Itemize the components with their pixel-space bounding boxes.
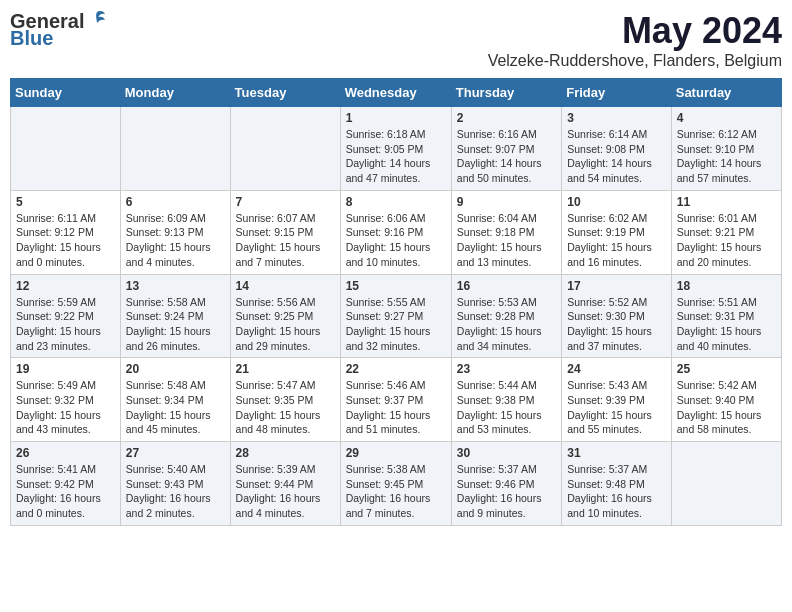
calendar-day-17: 17Sunrise: 5:52 AM Sunset: 9:30 PM Dayli… [562, 274, 672, 358]
calendar-day-2: 2Sunrise: 6:16 AM Sunset: 9:07 PM Daylig… [451, 107, 561, 191]
logo-blue: Blue [10, 27, 53, 50]
day-info: Sunrise: 6:04 AM Sunset: 9:18 PM Dayligh… [457, 211, 556, 270]
weekday-header-wednesday: Wednesday [340, 79, 451, 107]
day-info: Sunrise: 5:44 AM Sunset: 9:38 PM Dayligh… [457, 378, 556, 437]
calendar-header-row: SundayMondayTuesdayWednesdayThursdayFrid… [11, 79, 782, 107]
day-info: Sunrise: 5:58 AM Sunset: 9:24 PM Dayligh… [126, 295, 225, 354]
day-info: Sunrise: 5:42 AM Sunset: 9:40 PM Dayligh… [677, 378, 776, 437]
location-subtitle: Velzeke-Ruddershove, Flanders, Belgium [488, 52, 782, 70]
weekday-header-thursday: Thursday [451, 79, 561, 107]
calendar-day-4: 4Sunrise: 6:12 AM Sunset: 9:10 PM Daylig… [671, 107, 781, 191]
day-info: Sunrise: 5:41 AM Sunset: 9:42 PM Dayligh… [16, 462, 115, 521]
day-number: 25 [677, 362, 776, 376]
calendar-empty-cell [230, 107, 340, 191]
weekday-header-sunday: Sunday [11, 79, 121, 107]
day-number: 7 [236, 195, 335, 209]
calendar-day-16: 16Sunrise: 5:53 AM Sunset: 9:28 PM Dayli… [451, 274, 561, 358]
day-info: Sunrise: 5:46 AM Sunset: 9:37 PM Dayligh… [346, 378, 446, 437]
calendar-day-27: 27Sunrise: 5:40 AM Sunset: 9:43 PM Dayli… [120, 442, 230, 526]
day-number: 2 [457, 111, 556, 125]
day-number: 3 [567, 111, 666, 125]
day-number: 11 [677, 195, 776, 209]
day-number: 28 [236, 446, 335, 460]
day-info: Sunrise: 5:56 AM Sunset: 9:25 PM Dayligh… [236, 295, 335, 354]
calendar-table: SundayMondayTuesdayWednesdayThursdayFrid… [10, 78, 782, 526]
calendar-day-6: 6Sunrise: 6:09 AM Sunset: 9:13 PM Daylig… [120, 190, 230, 274]
calendar-day-12: 12Sunrise: 5:59 AM Sunset: 9:22 PM Dayli… [11, 274, 121, 358]
calendar-day-28: 28Sunrise: 5:39 AM Sunset: 9:44 PM Dayli… [230, 442, 340, 526]
day-number: 19 [16, 362, 115, 376]
day-info: Sunrise: 5:51 AM Sunset: 9:31 PM Dayligh… [677, 295, 776, 354]
calendar-day-20: 20Sunrise: 5:48 AM Sunset: 9:34 PM Dayli… [120, 358, 230, 442]
weekday-header-saturday: Saturday [671, 79, 781, 107]
calendar-empty-cell [11, 107, 121, 191]
day-number: 31 [567, 446, 666, 460]
calendar-day-22: 22Sunrise: 5:46 AM Sunset: 9:37 PM Dayli… [340, 358, 451, 442]
calendar-empty-cell [120, 107, 230, 191]
day-info: Sunrise: 5:53 AM Sunset: 9:28 PM Dayligh… [457, 295, 556, 354]
calendar-day-21: 21Sunrise: 5:47 AM Sunset: 9:35 PM Dayli… [230, 358, 340, 442]
calendar-day-31: 31Sunrise: 5:37 AM Sunset: 9:48 PM Dayli… [562, 442, 672, 526]
calendar-week-row: 26Sunrise: 5:41 AM Sunset: 9:42 PM Dayli… [11, 442, 782, 526]
calendar-week-row: 5Sunrise: 6:11 AM Sunset: 9:12 PM Daylig… [11, 190, 782, 274]
day-info: Sunrise: 5:38 AM Sunset: 9:45 PM Dayligh… [346, 462, 446, 521]
day-number: 18 [677, 279, 776, 293]
day-number: 14 [236, 279, 335, 293]
day-info: Sunrise: 5:52 AM Sunset: 9:30 PM Dayligh… [567, 295, 666, 354]
calendar-day-19: 19Sunrise: 5:49 AM Sunset: 9:32 PM Dayli… [11, 358, 121, 442]
day-info: Sunrise: 6:18 AM Sunset: 9:05 PM Dayligh… [346, 127, 446, 186]
calendar-day-25: 25Sunrise: 5:42 AM Sunset: 9:40 PM Dayli… [671, 358, 781, 442]
logo-bird-icon [86, 9, 108, 31]
calendar-day-3: 3Sunrise: 6:14 AM Sunset: 9:08 PM Daylig… [562, 107, 672, 191]
calendar-day-30: 30Sunrise: 5:37 AM Sunset: 9:46 PM Dayli… [451, 442, 561, 526]
calendar-empty-cell [671, 442, 781, 526]
calendar-day-5: 5Sunrise: 6:11 AM Sunset: 9:12 PM Daylig… [11, 190, 121, 274]
day-info: Sunrise: 5:55 AM Sunset: 9:27 PM Dayligh… [346, 295, 446, 354]
day-info: Sunrise: 6:02 AM Sunset: 9:19 PM Dayligh… [567, 211, 666, 270]
day-info: Sunrise: 5:48 AM Sunset: 9:34 PM Dayligh… [126, 378, 225, 437]
day-number: 21 [236, 362, 335, 376]
calendar-week-row: 1Sunrise: 6:18 AM Sunset: 9:05 PM Daylig… [11, 107, 782, 191]
calendar-day-8: 8Sunrise: 6:06 AM Sunset: 9:16 PM Daylig… [340, 190, 451, 274]
day-info: Sunrise: 5:49 AM Sunset: 9:32 PM Dayligh… [16, 378, 115, 437]
day-number: 10 [567, 195, 666, 209]
day-number: 13 [126, 279, 225, 293]
calendar-week-row: 12Sunrise: 5:59 AM Sunset: 9:22 PM Dayli… [11, 274, 782, 358]
day-number: 1 [346, 111, 446, 125]
day-info: Sunrise: 5:37 AM Sunset: 9:46 PM Dayligh… [457, 462, 556, 521]
day-info: Sunrise: 5:40 AM Sunset: 9:43 PM Dayligh… [126, 462, 225, 521]
day-info: Sunrise: 6:14 AM Sunset: 9:08 PM Dayligh… [567, 127, 666, 186]
day-info: Sunrise: 5:37 AM Sunset: 9:48 PM Dayligh… [567, 462, 666, 521]
calendar-day-14: 14Sunrise: 5:56 AM Sunset: 9:25 PM Dayli… [230, 274, 340, 358]
day-info: Sunrise: 6:07 AM Sunset: 9:15 PM Dayligh… [236, 211, 335, 270]
day-number: 24 [567, 362, 666, 376]
calendar-day-23: 23Sunrise: 5:44 AM Sunset: 9:38 PM Dayli… [451, 358, 561, 442]
calendar-day-9: 9Sunrise: 6:04 AM Sunset: 9:18 PM Daylig… [451, 190, 561, 274]
logo: General Blue [10, 10, 108, 50]
calendar-day-29: 29Sunrise: 5:38 AM Sunset: 9:45 PM Dayli… [340, 442, 451, 526]
day-info: Sunrise: 6:06 AM Sunset: 9:16 PM Dayligh… [346, 211, 446, 270]
calendar-day-1: 1Sunrise: 6:18 AM Sunset: 9:05 PM Daylig… [340, 107, 451, 191]
calendar-week-row: 19Sunrise: 5:49 AM Sunset: 9:32 PM Dayli… [11, 358, 782, 442]
calendar-day-13: 13Sunrise: 5:58 AM Sunset: 9:24 PM Dayli… [120, 274, 230, 358]
calendar-day-26: 26Sunrise: 5:41 AM Sunset: 9:42 PM Dayli… [11, 442, 121, 526]
main-title: May 2024 [488, 10, 782, 52]
day-number: 22 [346, 362, 446, 376]
day-number: 15 [346, 279, 446, 293]
day-info: Sunrise: 6:09 AM Sunset: 9:13 PM Dayligh… [126, 211, 225, 270]
calendar-day-10: 10Sunrise: 6:02 AM Sunset: 9:19 PM Dayli… [562, 190, 672, 274]
day-number: 8 [346, 195, 446, 209]
page-header: General Blue May 2024 Velzeke-Ruddershov… [10, 10, 782, 70]
day-info: Sunrise: 6:01 AM Sunset: 9:21 PM Dayligh… [677, 211, 776, 270]
day-info: Sunrise: 6:12 AM Sunset: 9:10 PM Dayligh… [677, 127, 776, 186]
day-number: 9 [457, 195, 556, 209]
calendar-day-24: 24Sunrise: 5:43 AM Sunset: 9:39 PM Dayli… [562, 358, 672, 442]
day-info: Sunrise: 5:47 AM Sunset: 9:35 PM Dayligh… [236, 378, 335, 437]
calendar-day-7: 7Sunrise: 6:07 AM Sunset: 9:15 PM Daylig… [230, 190, 340, 274]
day-number: 27 [126, 446, 225, 460]
calendar-day-18: 18Sunrise: 5:51 AM Sunset: 9:31 PM Dayli… [671, 274, 781, 358]
day-number: 6 [126, 195, 225, 209]
day-number: 30 [457, 446, 556, 460]
day-info: Sunrise: 5:43 AM Sunset: 9:39 PM Dayligh… [567, 378, 666, 437]
day-number: 20 [126, 362, 225, 376]
